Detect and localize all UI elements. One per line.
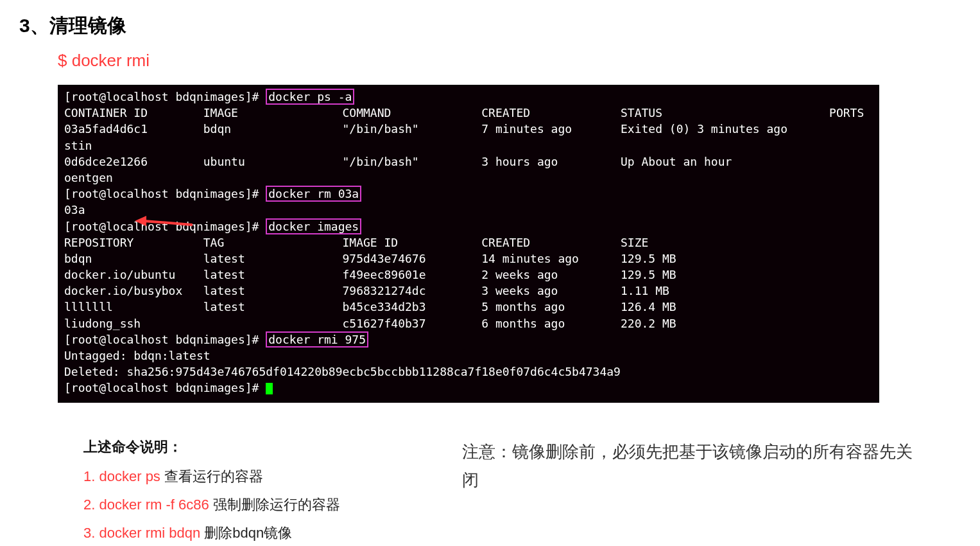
item-number: 2. (83, 497, 95, 513)
item-command: docker ps (99, 468, 160, 484)
rmi-output: Deleted: sha256:975d43e746765df014220b89… (64, 365, 621, 378)
note-text: 注意：镜像删除前，必须先把基于该镜像启动的所有容器先关闭 (462, 437, 924, 494)
images-row: lllllll latest b45ce334d2b3 5 months ago… (64, 300, 676, 313)
ps-row: 03a5fad4d6c1 bdqn "/bin/bash" 7 minutes … (64, 122, 787, 136)
highlighted-command: docker rm 03a (266, 186, 361, 202)
highlighted-command: docker ps -a (266, 89, 354, 105)
item-command: docker rmi bdqn (99, 525, 200, 541)
terminal-output: [root@localhost bdqnimages]# docker ps -… (58, 85, 879, 403)
images-row: docker.io/ubuntu latest f49eec89601e 2 w… (64, 268, 676, 281)
item-desc: 查看运行的容器 (160, 468, 263, 484)
rm-output: 03a (64, 203, 85, 216)
prompt: [root@localhost bdqnimages]# (64, 90, 266, 103)
section-heading: 3、清理镜像 (19, 13, 961, 39)
ps-row: oentgen (64, 171, 113, 184)
command-explanation: 上述命令说明： 1. docker ps 查看运行的容器 2. docker r… (83, 437, 404, 546)
list-item: 2. docker rm -f 6c86 强制删除运行的容器 (83, 495, 404, 515)
images-row: docker.io/busybox latest 7968321274dc 3 … (64, 284, 669, 297)
highlighted-command: docker images (266, 218, 361, 234)
images-header: REPOSITORY TAG IMAGE ID CREATED SIZE (64, 236, 648, 249)
ps-row: stin (64, 139, 92, 152)
prompt: [root@localhost bdqnimages]# (64, 333, 266, 346)
item-number: 1. (83, 468, 95, 484)
list-item: 3. docker rmi bdqn 删除bdqn镜像 (83, 524, 404, 543)
prompt: [root@localhost bdqnimages]# (64, 220, 266, 233)
item-number: 3. (83, 525, 95, 541)
ps-row: 0d6dce2e1266 ubuntu "/bin/bash" 3 hours … (64, 155, 732, 168)
note-section: 注意：镜像删除前，必须先把基于该镜像启动的所有容器先关闭 (462, 437, 924, 546)
item-command: docker rm -f 6c86 (99, 497, 209, 513)
prompt: [root@localhost bdqnimages]# (64, 381, 266, 394)
command-title: $ docker rmi (58, 51, 961, 71)
ps-header: CONTAINER ID IMAGE COMMAND CREATED STATU… (64, 106, 864, 119)
item-desc: 删除bdqn镜像 (200, 525, 292, 541)
highlighted-command: docker rmi 975 (266, 331, 368, 348)
rmi-output: Untagged: bdqn:latest (64, 349, 211, 362)
images-row: bdqn latest 975d43e74676 14 minutes ago … (64, 252, 676, 265)
explain-title: 上述命令说明： (83, 437, 404, 457)
prompt: [root@localhost bdqnimages]# (64, 187, 266, 200)
list-item: 1. docker ps 查看运行的容器 (83, 467, 404, 486)
item-desc: 强制删除运行的容器 (209, 497, 340, 513)
explanation-section: 上述命令说明： 1. docker ps 查看运行的容器 2. docker r… (19, 437, 961, 546)
images-row: liudong_ssh c51627f40b37 6 months ago 22… (64, 317, 676, 330)
explain-list: 1. docker ps 查看运行的容器 2. docker rm -f 6c8… (83, 467, 404, 546)
cursor-icon (266, 383, 273, 394)
